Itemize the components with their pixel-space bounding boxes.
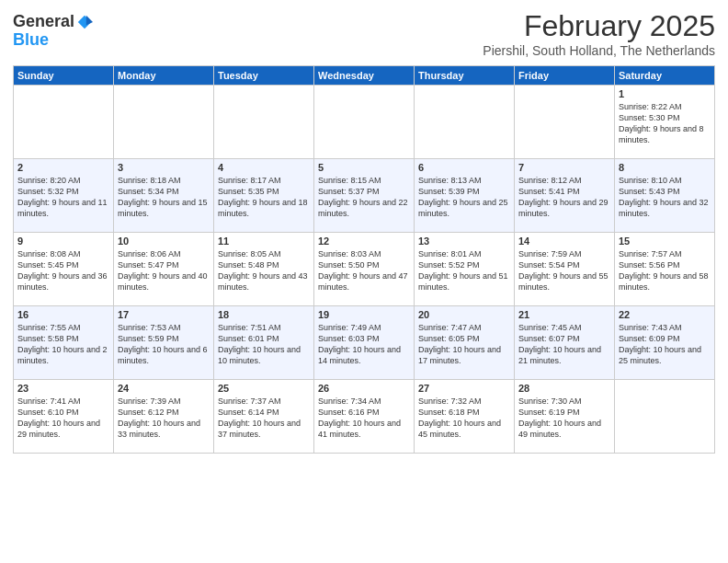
location: Piershil, South Holland, The Netherlands xyxy=(483,43,715,58)
table-row: 24Sunrise: 7:39 AM Sunset: 6:12 PM Dayli… xyxy=(114,380,214,454)
day-info: Sunrise: 8:18 AM Sunset: 5:34 PM Dayligh… xyxy=(118,175,210,220)
day-info: Sunrise: 7:39 AM Sunset: 6:12 PM Dayligh… xyxy=(118,396,210,441)
table-row: 16Sunrise: 7:55 AM Sunset: 5:58 PM Dayli… xyxy=(14,306,114,380)
day-info: Sunrise: 7:49 AM Sunset: 6:03 PM Dayligh… xyxy=(318,322,410,367)
day-number: 14 xyxy=(518,236,610,247)
table-row: 13Sunrise: 8:01 AM Sunset: 5:52 PM Dayli… xyxy=(415,233,515,306)
table-row: 21Sunrise: 7:45 AM Sunset: 6:07 PM Dayli… xyxy=(515,306,615,380)
day-number: 24 xyxy=(118,383,210,394)
day-number: 7 xyxy=(518,162,610,173)
table-row xyxy=(515,86,615,159)
month-title: February 2025 xyxy=(483,9,715,43)
table-row: 5Sunrise: 8:15 AM Sunset: 5:37 PM Daylig… xyxy=(314,159,415,233)
day-info: Sunrise: 7:51 AM Sunset: 6:01 PM Dayligh… xyxy=(218,322,310,367)
day-info: Sunrise: 7:53 AM Sunset: 5:59 PM Dayligh… xyxy=(118,322,210,367)
table-row: 18Sunrise: 7:51 AM Sunset: 6:01 PM Dayli… xyxy=(214,306,314,380)
table-row xyxy=(615,380,715,454)
day-number: 21 xyxy=(518,309,610,320)
day-number: 4 xyxy=(218,162,310,173)
table-row: 15Sunrise: 7:57 AM Sunset: 5:56 PM Dayli… xyxy=(615,233,715,306)
day-number: 18 xyxy=(218,309,310,320)
header-saturday: Saturday xyxy=(615,66,715,86)
table-row: 11Sunrise: 8:05 AM Sunset: 5:48 PM Dayli… xyxy=(214,233,314,306)
day-number: 22 xyxy=(619,309,711,320)
day-number: 5 xyxy=(318,162,410,173)
calendar: Sunday Monday Tuesday Wednesday Thursday… xyxy=(13,65,715,454)
header: General Blue February 2025 Piershil, Sou… xyxy=(13,9,715,58)
day-number: 9 xyxy=(17,236,109,247)
day-number: 16 xyxy=(17,309,109,320)
table-row: 7Sunrise: 8:12 AM Sunset: 5:41 PM Daylig… xyxy=(515,159,615,233)
logo-icon xyxy=(76,14,93,30)
day-info: Sunrise: 7:30 AM Sunset: 6:19 PM Dayligh… xyxy=(518,396,610,441)
day-number: 1 xyxy=(619,88,711,99)
day-info: Sunrise: 7:45 AM Sunset: 6:07 PM Dayligh… xyxy=(518,322,610,367)
day-number: 2 xyxy=(17,162,109,173)
calendar-week-row: 16Sunrise: 7:55 AM Sunset: 5:58 PM Dayli… xyxy=(14,306,715,380)
header-monday: Monday xyxy=(114,66,214,86)
table-row xyxy=(314,86,415,159)
table-row xyxy=(114,86,214,159)
day-number: 25 xyxy=(218,383,310,394)
day-number: 13 xyxy=(418,236,510,247)
table-row: 3Sunrise: 8:18 AM Sunset: 5:34 PM Daylig… xyxy=(114,159,214,233)
day-info: Sunrise: 8:15 AM Sunset: 5:37 PM Dayligh… xyxy=(318,175,410,220)
day-number: 3 xyxy=(118,162,210,173)
day-info: Sunrise: 8:05 AM Sunset: 5:48 PM Dayligh… xyxy=(218,248,310,293)
table-row: 2Sunrise: 8:20 AM Sunset: 5:32 PM Daylig… xyxy=(14,159,114,233)
day-info: Sunrise: 8:22 AM Sunset: 5:30 PM Dayligh… xyxy=(619,101,711,146)
table-row: 19Sunrise: 7:49 AM Sunset: 6:03 PM Dayli… xyxy=(314,306,415,380)
day-number: 12 xyxy=(318,236,410,247)
day-number: 10 xyxy=(118,236,210,247)
day-info: Sunrise: 8:06 AM Sunset: 5:47 PM Dayligh… xyxy=(118,248,210,293)
day-info: Sunrise: 8:12 AM Sunset: 5:41 PM Dayligh… xyxy=(518,175,610,220)
day-info: Sunrise: 8:01 AM Sunset: 5:52 PM Dayligh… xyxy=(418,248,510,293)
table-row: 8Sunrise: 8:10 AM Sunset: 5:43 PM Daylig… xyxy=(615,159,715,233)
calendar-week-row: 9Sunrise: 8:08 AM Sunset: 5:45 PM Daylig… xyxy=(14,233,715,306)
day-number: 6 xyxy=(418,162,510,173)
table-row: 23Sunrise: 7:41 AM Sunset: 6:10 PM Dayli… xyxy=(14,380,114,454)
day-number: 11 xyxy=(218,236,310,247)
day-info: Sunrise: 8:08 AM Sunset: 5:45 PM Dayligh… xyxy=(17,248,109,293)
svg-marker-1 xyxy=(86,16,93,26)
day-info: Sunrise: 7:34 AM Sunset: 6:16 PM Dayligh… xyxy=(318,396,410,441)
header-tuesday: Tuesday xyxy=(214,66,314,86)
calendar-week-row: 1Sunrise: 8:22 AM Sunset: 5:30 PM Daylig… xyxy=(14,86,715,159)
table-row: 14Sunrise: 7:59 AM Sunset: 5:54 PM Dayli… xyxy=(515,233,615,306)
table-row xyxy=(14,86,114,159)
day-info: Sunrise: 8:10 AM Sunset: 5:43 PM Dayligh… xyxy=(619,175,711,220)
page: General Blue February 2025 Piershil, Sou… xyxy=(0,0,728,563)
table-row: 27Sunrise: 7:32 AM Sunset: 6:18 PM Dayli… xyxy=(415,380,515,454)
table-row xyxy=(415,86,515,159)
day-info: Sunrise: 8:13 AM Sunset: 5:39 PM Dayligh… xyxy=(418,175,510,220)
day-info: Sunrise: 7:41 AM Sunset: 6:10 PM Dayligh… xyxy=(17,396,109,441)
table-row: 17Sunrise: 7:53 AM Sunset: 5:59 PM Dayli… xyxy=(114,306,214,380)
day-number: 27 xyxy=(418,383,510,394)
table-row: 6Sunrise: 8:13 AM Sunset: 5:39 PM Daylig… xyxy=(415,159,515,233)
day-info: Sunrise: 8:17 AM Sunset: 5:35 PM Dayligh… xyxy=(218,175,310,220)
table-row: 1Sunrise: 8:22 AM Sunset: 5:30 PM Daylig… xyxy=(615,86,715,159)
logo: General Blue xyxy=(13,13,93,50)
day-number: 17 xyxy=(118,309,210,320)
day-info: Sunrise: 7:59 AM Sunset: 5:54 PM Dayligh… xyxy=(518,248,610,293)
title-block: February 2025 Piershil, South Holland, T… xyxy=(483,9,715,58)
table-row: 20Sunrise: 7:47 AM Sunset: 6:05 PM Dayli… xyxy=(415,306,515,380)
day-number: 8 xyxy=(619,162,711,173)
day-number: 15 xyxy=(619,236,711,247)
table-row: 22Sunrise: 7:43 AM Sunset: 6:09 PM Dayli… xyxy=(615,306,715,380)
day-number: 23 xyxy=(17,383,109,394)
weekday-header-row: Sunday Monday Tuesday Wednesday Thursday… xyxy=(14,66,715,86)
day-info: Sunrise: 7:57 AM Sunset: 5:56 PM Dayligh… xyxy=(619,248,711,293)
header-friday: Friday xyxy=(515,66,615,86)
day-info: Sunrise: 8:20 AM Sunset: 5:32 PM Dayligh… xyxy=(17,175,109,220)
day-info: Sunrise: 7:43 AM Sunset: 6:09 PM Dayligh… xyxy=(619,322,711,367)
day-info: Sunrise: 8:03 AM Sunset: 5:50 PM Dayligh… xyxy=(318,248,410,293)
header-sunday: Sunday xyxy=(14,66,114,86)
logo-blue-text: Blue xyxy=(13,30,49,49)
table-row: 10Sunrise: 8:06 AM Sunset: 5:47 PM Dayli… xyxy=(114,233,214,306)
calendar-week-row: 23Sunrise: 7:41 AM Sunset: 6:10 PM Dayli… xyxy=(14,380,715,454)
day-info: Sunrise: 7:32 AM Sunset: 6:18 PM Dayligh… xyxy=(418,396,510,441)
logo-general-text: General xyxy=(13,13,74,31)
day-info: Sunrise: 7:55 AM Sunset: 5:58 PM Dayligh… xyxy=(17,322,109,367)
day-number: 28 xyxy=(518,383,610,394)
